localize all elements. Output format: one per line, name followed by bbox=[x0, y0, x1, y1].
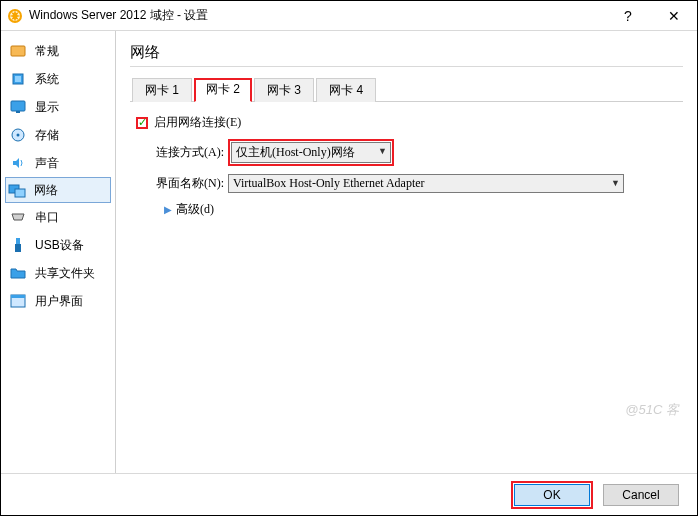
svg-rect-4 bbox=[15, 76, 21, 82]
svg-rect-12 bbox=[15, 244, 21, 252]
sidebar-item-audio[interactable]: 声音 bbox=[5, 149, 111, 177]
svg-point-8 bbox=[17, 134, 20, 137]
advanced-toggle[interactable]: ▶ 高级(d) bbox=[164, 201, 677, 218]
sidebar-item-display[interactable]: 显示 bbox=[5, 93, 111, 121]
footer: OK Cancel bbox=[1, 473, 697, 515]
attached-to-label: 连接方式(A): bbox=[136, 144, 224, 161]
chevron-down-icon: ▼ bbox=[378, 146, 387, 156]
chip-icon bbox=[9, 70, 27, 88]
sidebar-item-label: 网络 bbox=[34, 182, 58, 199]
folder-icon bbox=[9, 264, 27, 282]
app-icon bbox=[7, 8, 23, 24]
sidebar-item-label: USB设备 bbox=[35, 237, 84, 254]
interface-name-value: VirtualBox Host-Only Ethernet Adapter bbox=[233, 176, 425, 190]
enable-network-label: 启用网络连接(E) bbox=[154, 114, 241, 131]
sidebar-item-usb[interactable]: USB设备 bbox=[5, 231, 111, 259]
disk-icon bbox=[9, 126, 27, 144]
cancel-button[interactable]: Cancel bbox=[603, 484, 679, 506]
speaker-icon bbox=[9, 154, 27, 172]
sidebar-item-network[interactable]: 网络 bbox=[5, 177, 111, 203]
sidebar-item-label: 串口 bbox=[35, 209, 59, 226]
titlebar: Windows Server 2012 域控 - 设置 ? ✕ bbox=[1, 1, 697, 31]
sidebar-item-label: 存储 bbox=[35, 127, 59, 144]
interface-name-dropdown[interactable]: VirtualBox Host-Only Ethernet Adapter ▼ bbox=[228, 174, 624, 193]
attached-to-value: 仅主机(Host-Only)网络 bbox=[236, 145, 355, 159]
sidebar-item-label: 声音 bbox=[35, 155, 59, 172]
sidebar-item-storage[interactable]: 存储 bbox=[5, 121, 111, 149]
svg-rect-6 bbox=[16, 111, 20, 113]
svg-rect-5 bbox=[11, 101, 25, 111]
page-title: 网络 bbox=[130, 43, 683, 67]
ui-icon bbox=[9, 292, 27, 310]
main-panel: 网络 网卡 1 网卡 2 网卡 3 网卡 4 启用网络连接(E) 连接方式(A)… bbox=[116, 31, 697, 473]
serial-icon bbox=[9, 208, 27, 226]
chevron-down-icon: ▼ bbox=[611, 178, 620, 188]
window-body: 常规 系统 显示 存储 声音 网络 bbox=[1, 31, 697, 473]
tab-nic-1[interactable]: 网卡 1 bbox=[132, 78, 192, 102]
svg-rect-10 bbox=[15, 189, 25, 197]
sidebar-item-label: 共享文件夹 bbox=[35, 265, 95, 282]
svg-rect-11 bbox=[16, 238, 20, 244]
svg-rect-2 bbox=[11, 46, 25, 56]
ok-button[interactable]: OK bbox=[514, 484, 590, 506]
general-icon bbox=[9, 42, 27, 60]
display-icon bbox=[9, 98, 27, 116]
help-button[interactable]: ? bbox=[605, 1, 651, 30]
sidebar-item-shared[interactable]: 共享文件夹 bbox=[5, 259, 111, 287]
tab-nic-4[interactable]: 网卡 4 bbox=[316, 78, 376, 102]
tab-panel: 启用网络连接(E) 连接方式(A): 仅主机(Host-Only)网络 ▼ 界面… bbox=[130, 102, 683, 230]
window-title: Windows Server 2012 域控 - 设置 bbox=[29, 7, 605, 24]
sidebar-item-system[interactable]: 系统 bbox=[5, 65, 111, 93]
usb-icon bbox=[9, 236, 27, 254]
sidebar-item-label: 系统 bbox=[35, 71, 59, 88]
nic-tabs: 网卡 1 网卡 2 网卡 3 网卡 4 bbox=[130, 77, 683, 102]
sidebar-item-label: 显示 bbox=[35, 99, 59, 116]
sidebar-item-label: 常规 bbox=[35, 43, 59, 60]
close-button[interactable]: ✕ bbox=[651, 1, 697, 30]
interface-name-label: 界面名称(N): bbox=[136, 175, 224, 192]
enable-network-checkbox[interactable] bbox=[136, 117, 148, 129]
tab-nic-2[interactable]: 网卡 2 bbox=[194, 78, 252, 102]
sidebar-item-serial[interactable]: 串口 bbox=[5, 203, 111, 231]
network-icon bbox=[8, 181, 26, 199]
svg-rect-14 bbox=[11, 295, 25, 298]
sidebar-item-general[interactable]: 常规 bbox=[5, 37, 111, 65]
attached-to-dropdown[interactable]: 仅主机(Host-Only)网络 ▼ bbox=[231, 142, 391, 163]
sidebar-item-ui[interactable]: 用户界面 bbox=[5, 287, 111, 315]
sidebar: 常规 系统 显示 存储 声音 网络 bbox=[1, 31, 116, 473]
advanced-label: 高级(d) bbox=[176, 201, 214, 218]
watermark: @51C 客 bbox=[625, 401, 679, 419]
settings-window: Windows Server 2012 域控 - 设置 ? ✕ 常规 系统 显示… bbox=[0, 0, 698, 516]
sidebar-item-label: 用户界面 bbox=[35, 293, 83, 310]
tab-nic-3[interactable]: 网卡 3 bbox=[254, 78, 314, 102]
triangle-right-icon: ▶ bbox=[164, 204, 172, 215]
